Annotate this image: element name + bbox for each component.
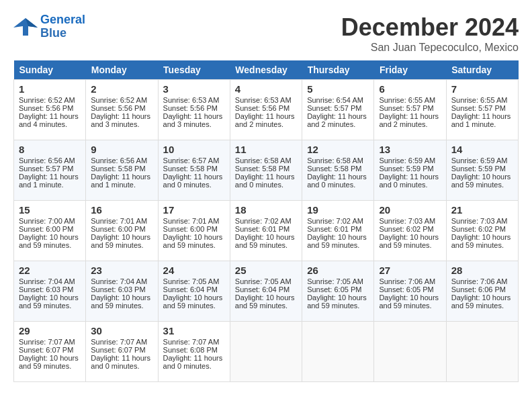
calendar-cell: 18Sunrise: 7:02 AM Sunset: 6:01 PM Dayli… <box>230 201 302 261</box>
day-info: Sunrise: 7:05 AM Sunset: 6:04 PM Dayligh… <box>163 277 225 310</box>
day-number: 5 <box>307 83 369 95</box>
header-tuesday: Tuesday <box>158 60 230 80</box>
day-info: Sunrise: 7:01 AM Sunset: 6:00 PM Dayligh… <box>163 217 225 249</box>
calendar-cell <box>446 322 518 382</box>
day-number: 24 <box>163 265 225 276</box>
day-number: 6 <box>379 83 441 95</box>
day-number: 1 <box>19 83 81 95</box>
day-number: 12 <box>307 144 369 155</box>
calendar-cell: 12Sunrise: 6:58 AM Sunset: 5:58 PM Dayli… <box>302 140 374 201</box>
day-info: Sunrise: 6:52 AM Sunset: 5:56 PM Dayligh… <box>19 96 81 128</box>
calendar-cell: 7Sunrise: 6:55 AM Sunset: 5:57 PM Daylig… <box>446 80 518 140</box>
day-info: Sunrise: 7:00 AM Sunset: 6:00 PM Dayligh… <box>19 217 81 249</box>
day-number: 31 <box>163 325 225 336</box>
day-number: 13 <box>379 144 441 155</box>
day-info: Sunrise: 6:59 AM Sunset: 5:59 PM Dayligh… <box>379 156 441 189</box>
day-info: Sunrise: 6:59 AM Sunset: 5:59 PM Dayligh… <box>451 156 513 189</box>
day-info: Sunrise: 6:54 AM Sunset: 5:57 PM Dayligh… <box>307 96 369 128</box>
day-number: 16 <box>91 204 152 216</box>
calendar-week-5: 29Sunrise: 7:07 AM Sunset: 6:07 PM Dayli… <box>14 322 519 382</box>
day-info: Sunrise: 6:55 AM Sunset: 5:57 PM Dayligh… <box>451 96 513 128</box>
day-info: Sunrise: 7:06 AM Sunset: 6:06 PM Dayligh… <box>451 277 513 310</box>
day-number: 2 <box>91 83 152 95</box>
day-number: 19 <box>307 204 369 216</box>
calendar-cell: 11Sunrise: 6:58 AM Sunset: 5:58 PM Dayli… <box>230 140 302 201</box>
calendar-cell: 23Sunrise: 7:04 AM Sunset: 6:03 PM Dayli… <box>86 261 158 322</box>
day-info: Sunrise: 7:04 AM Sunset: 6:03 PM Dayligh… <box>91 277 152 310</box>
day-info: Sunrise: 6:55 AM Sunset: 5:57 PM Dayligh… <box>379 96 441 128</box>
calendar-cell: 21Sunrise: 7:03 AM Sunset: 6:02 PM Dayli… <box>446 201 518 261</box>
calendar-cell: 5Sunrise: 6:54 AM Sunset: 5:57 PM Daylig… <box>302 80 374 140</box>
calendar-cell: 1Sunrise: 6:52 AM Sunset: 5:56 PM Daylig… <box>14 80 86 140</box>
day-info: Sunrise: 7:02 AM Sunset: 6:01 PM Dayligh… <box>307 217 369 249</box>
calendar-cell: 25Sunrise: 7:05 AM Sunset: 6:04 PM Dayli… <box>230 261 302 322</box>
day-info: Sunrise: 7:05 AM Sunset: 6:04 PM Dayligh… <box>235 277 297 310</box>
header-saturday: Saturday <box>446 60 518 80</box>
day-number: 15 <box>19 204 81 216</box>
calendar-cell: 13Sunrise: 6:59 AM Sunset: 5:59 PM Dayli… <box>374 140 446 201</box>
logo-icon <box>13 17 38 37</box>
calendar-cell: 6Sunrise: 6:55 AM Sunset: 5:57 PM Daylig… <box>374 80 446 140</box>
calendar-cell: 3Sunrise: 6:53 AM Sunset: 5:56 PM Daylig… <box>158 80 230 140</box>
day-info: Sunrise: 7:07 AM Sunset: 6:07 PM Dayligh… <box>19 338 81 370</box>
day-number: 8 <box>19 144 81 155</box>
day-number: 30 <box>91 325 152 336</box>
day-number: 29 <box>19 325 81 336</box>
calendar-cell: 10Sunrise: 6:57 AM Sunset: 5:58 PM Dayli… <box>158 140 230 201</box>
calendar-header-row: SundayMondayTuesdayWednesdayThursdayFrid… <box>14 60 519 80</box>
calendar-cell: 19Sunrise: 7:02 AM Sunset: 6:01 PM Dayli… <box>302 201 374 261</box>
calendar-week-2: 8Sunrise: 6:56 AM Sunset: 5:57 PM Daylig… <box>14 140 519 201</box>
day-info: Sunrise: 6:53 AM Sunset: 5:56 PM Dayligh… <box>235 96 297 128</box>
calendar-cell: 30Sunrise: 7:07 AM Sunset: 6:07 PM Dayli… <box>86 322 158 382</box>
page-header: General Blue December 2024 San Juan Tepe… <box>13 13 519 54</box>
header-wednesday: Wednesday <box>230 60 302 80</box>
day-info: Sunrise: 6:56 AM Sunset: 5:58 PM Dayligh… <box>91 156 152 189</box>
day-info: Sunrise: 7:02 AM Sunset: 6:01 PM Dayligh… <box>235 217 297 249</box>
calendar-cell: 27Sunrise: 7:06 AM Sunset: 6:05 PM Dayli… <box>374 261 446 322</box>
calendar-cell: 22Sunrise: 7:04 AM Sunset: 6:03 PM Dayli… <box>14 261 86 322</box>
header-friday: Friday <box>374 60 446 80</box>
day-number: 18 <box>235 204 297 216</box>
calendar-cell: 29Sunrise: 7:07 AM Sunset: 6:07 PM Dayli… <box>14 322 86 382</box>
day-number: 23 <box>91 265 152 276</box>
day-number: 14 <box>451 144 513 155</box>
calendar-cell: 20Sunrise: 7:03 AM Sunset: 6:02 PM Dayli… <box>374 201 446 261</box>
calendar-cell: 24Sunrise: 7:05 AM Sunset: 6:04 PM Dayli… <box>158 261 230 322</box>
header-thursday: Thursday <box>302 60 374 80</box>
day-number: 3 <box>163 83 225 95</box>
calendar-cell: 15Sunrise: 7:00 AM Sunset: 6:00 PM Dayli… <box>14 201 86 261</box>
calendar-cell <box>230 322 302 382</box>
month-title: December 2024 <box>341 13 519 42</box>
day-number: 20 <box>379 204 441 216</box>
header-monday: Monday <box>86 60 158 80</box>
day-number: 27 <box>379 265 441 276</box>
day-number: 7 <box>451 83 513 95</box>
calendar-cell: 4Sunrise: 6:53 AM Sunset: 5:56 PM Daylig… <box>230 80 302 140</box>
day-info: Sunrise: 7:05 AM Sunset: 6:05 PM Dayligh… <box>307 277 369 310</box>
calendar-cell <box>374 322 446 382</box>
header-sunday: Sunday <box>14 60 86 80</box>
day-number: 17 <box>163 204 225 216</box>
day-info: Sunrise: 7:07 AM Sunset: 6:07 PM Dayligh… <box>91 338 152 370</box>
day-number: 10 <box>163 144 225 155</box>
day-info: Sunrise: 7:07 AM Sunset: 6:08 PM Dayligh… <box>163 338 225 370</box>
day-info: Sunrise: 7:03 AM Sunset: 6:02 PM Dayligh… <box>379 217 441 249</box>
day-info: Sunrise: 6:58 AM Sunset: 5:58 PM Dayligh… <box>307 156 369 189</box>
day-number: 9 <box>91 144 152 155</box>
calendar-cell: 31Sunrise: 7:07 AM Sunset: 6:08 PM Dayli… <box>158 322 230 382</box>
location-title: San Juan Tepecoculco, Mexico <box>341 42 519 54</box>
day-info: Sunrise: 6:52 AM Sunset: 5:56 PM Dayligh… <box>91 96 152 128</box>
day-number: 11 <box>235 144 297 155</box>
calendar-cell: 16Sunrise: 7:01 AM Sunset: 6:00 PM Dayli… <box>86 201 158 261</box>
calendar-cell: 17Sunrise: 7:01 AM Sunset: 6:00 PM Dayli… <box>158 201 230 261</box>
calendar-week-3: 15Sunrise: 7:00 AM Sunset: 6:00 PM Dayli… <box>14 201 519 261</box>
day-info: Sunrise: 7:03 AM Sunset: 6:02 PM Dayligh… <box>451 217 513 249</box>
title-block: December 2024 San Juan Tepecoculco, Mexi… <box>341 13 519 54</box>
day-info: Sunrise: 6:53 AM Sunset: 5:56 PM Dayligh… <box>163 96 225 128</box>
day-number: 4 <box>235 83 297 95</box>
day-number: 25 <box>235 265 297 276</box>
calendar-body: 1Sunrise: 6:52 AM Sunset: 5:56 PM Daylig… <box>14 80 519 382</box>
calendar-cell: 26Sunrise: 7:05 AM Sunset: 6:05 PM Dayli… <box>302 261 374 322</box>
calendar-cell: 28Sunrise: 7:06 AM Sunset: 6:06 PM Dayli… <box>446 261 518 322</box>
day-info: Sunrise: 6:57 AM Sunset: 5:58 PM Dayligh… <box>163 156 225 189</box>
